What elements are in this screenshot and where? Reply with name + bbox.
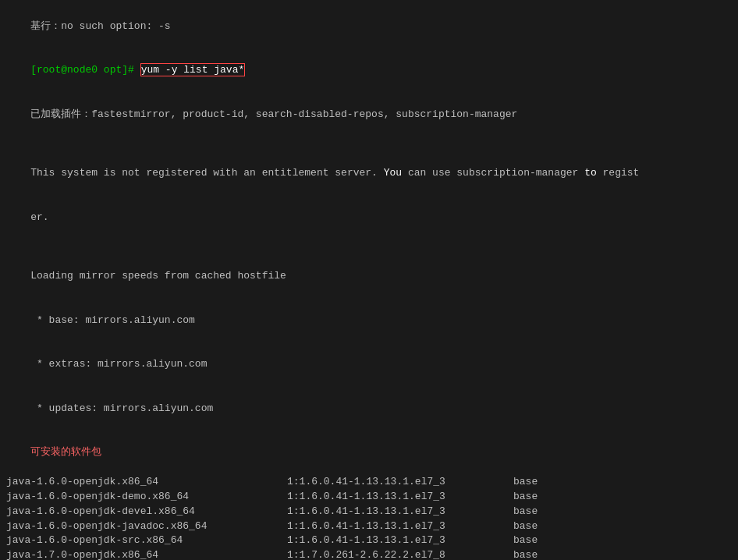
pkg-version: 1:1.6.0.41-1.13.13.1.el7_3: [287, 490, 513, 505]
package-list: java-1.6.0-openjdk.x86_641:1.6.0.41-1.13…: [6, 475, 732, 560]
pkg-repo: base: [513, 533, 538, 548]
available-title-line: 可安装的软件包: [6, 431, 732, 475]
list-item: java-1.7.0-openjdk.x86_641:1.7.0.261-2.6…: [6, 548, 732, 560]
base-mirror-line: * base: mirrors.aliyun.com: [6, 299, 732, 343]
pkg-version: 1:1.6.0.41-1.13.13.1.el7_3: [287, 519, 513, 534]
blank-line-2: [6, 240, 732, 255]
pkg-version: 1:1.6.0.41-1.13.13.1.el7_3: [287, 505, 513, 519]
command-line: 基行：no such option: -s: [6, 5, 732, 49]
available-title-text: 可安装的软件包: [30, 446, 101, 458]
list-item: java-1.6.0-openjdk-javadoc.x86_641:1.6.0…: [6, 519, 732, 534]
pkg-name: java-1.6.0-openjdk-devel.x86_64: [6, 505, 287, 519]
pkg-repo: base: [513, 475, 538, 490]
pkg-repo: base: [513, 505, 538, 519]
pkg-repo: base: [513, 519, 538, 534]
command-prompt-line: [root@node0 opt]# yum -y list java*: [6, 49, 732, 94]
updates-mirror-text: * updates: mirrors.aliyun.com: [30, 402, 213, 414]
pkg-name: java-1.7.0-openjdk.x86_64: [6, 548, 287, 560]
list-item: java-1.6.0-openjdk-demo.x86_641:1.6.0.41…: [6, 490, 732, 505]
extras-mirror-text: * extras: mirrors.aliyun.com: [30, 358, 207, 370]
command-highlighted: yum -y list java*: [140, 63, 246, 76]
pkg-version: 1:1.6.0.41-1.13.13.1.el7_3: [287, 475, 513, 490]
pkg-repo: base: [513, 490, 538, 505]
not-registered-text1: This system is not registered with an en…: [30, 167, 639, 179]
prev-line-text: 基行：no such option: -s: [30, 20, 170, 32]
updates-mirror-line: * updates: mirrors.aliyun.com: [6, 387, 732, 431]
prompt-text: [root@node0 opt]#: [30, 64, 140, 76]
extras-mirror-line: * extras: mirrors.aliyun.com: [6, 342, 732, 387]
pkg-version: 1:1.7.0.261-2.6.22.2.el7_8: [287, 548, 513, 560]
not-registered-line2: er.: [6, 196, 732, 240]
blank-line-1: [6, 137, 732, 152]
loading-mirror-text: Loading mirror speeds from cached hostfi…: [30, 270, 286, 282]
base-mirror-text: * base: mirrors.aliyun.com: [30, 314, 195, 326]
pkg-name: java-1.6.0-openjdk-src.x86_64: [6, 533, 287, 548]
list-item: java-1.6.0-openjdk-devel.x86_641:1.6.0.4…: [6, 505, 732, 519]
list-item: java-1.6.0-openjdk.x86_641:1.6.0.41-1.13…: [6, 475, 732, 490]
pkg-name: java-1.6.0-openjdk-demo.x86_64: [6, 490, 287, 505]
pkg-repo: base: [513, 548, 538, 560]
terminal-window: 基行：no such option: -s [root@node0 opt]# …: [0, 0, 738, 560]
pkg-name: java-1.6.0-openjdk-javadoc.x86_64: [6, 519, 287, 534]
not-registered-text2: er.: [30, 211, 48, 223]
not-registered-line1: This system is not registered with an en…: [6, 151, 732, 196]
list-item: java-1.6.0-openjdk-src.x86_641:1.6.0.41-…: [6, 533, 732, 548]
pkg-version: 1:1.6.0.41-1.13.13.1.el7_3: [287, 533, 513, 548]
loaded-plugins-text: 已加载插件：fastestmirror, product-id, search-…: [30, 108, 517, 120]
pkg-name: java-1.6.0-openjdk.x86_64: [6, 475, 287, 490]
loaded-plugins-line: 已加载插件：fastestmirror, product-id, search-…: [6, 93, 732, 137]
loading-mirror-line: Loading mirror speeds from cached hostfi…: [6, 254, 732, 299]
